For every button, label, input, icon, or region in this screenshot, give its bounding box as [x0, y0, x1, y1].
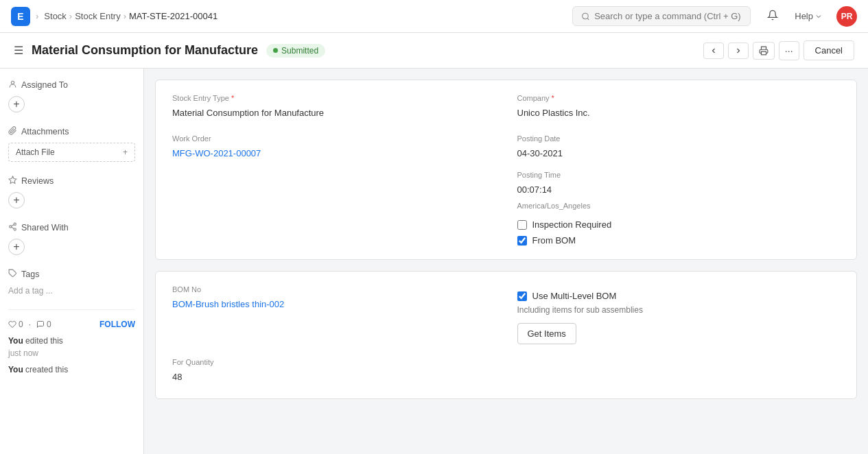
inspection-required-checkbox[interactable] — [517, 220, 527, 230]
chevron-down-icon — [814, 12, 823, 21]
svg-marker-4 — [9, 176, 16, 183]
svg-line-1 — [587, 18, 589, 19]
app-icon[interactable]: E — [11, 7, 30, 26]
page-title: Material Consumption for Manufacture — [32, 43, 258, 58]
share-icon — [8, 222, 17, 233]
search-input[interactable] — [594, 11, 742, 21]
activity-item-0: You edited thisjust now — [8, 335, 135, 359]
posting-time-value: 00:07:14 — [517, 182, 841, 198]
form-grid-1: Stock Entry Type * Material Consumption … — [172, 94, 840, 246]
avatar[interactable]: PR — [836, 6, 857, 27]
main-content: Stock Entry Type * Material Consumption … — [144, 69, 868, 454]
for-quantity-value: 48 — [172, 369, 495, 385]
status-badge: Submitted — [266, 44, 325, 58]
stock-entry-type-value: Material Consumption for Manufacture — [172, 105, 495, 121]
layout: Assigned To + Attachments Attach File + — [0, 69, 868, 454]
svg-line-9 — [12, 225, 14, 226]
breadcrumb-current: MAT-STE-2021-00041 — [129, 11, 218, 21]
field-posting-date: Posting Date 04-30-2021 — [517, 134, 841, 161]
star-icon — [8, 176, 17, 187]
inspection-required-row: Inspection Required — [517, 219, 841, 230]
form-grid-2: BOM No BOM-Brush bristles thin-002 Use M… — [172, 285, 840, 385]
paperclip-icon — [8, 126, 17, 137]
field-stock-entry-type: Stock Entry Type * Material Consumption … — [172, 94, 495, 121]
svg-rect-2 — [761, 51, 766, 55]
card-stock-entry: Stock Entry Type * Material Consumption … — [155, 80, 857, 260]
chevron-left-icon — [709, 47, 718, 55]
search-icon — [581, 12, 590, 21]
social-bar: 0 · 0 FOLLOW — [8, 320, 135, 329]
user-icon — [8, 80, 17, 91]
company-value: Unico Plastics Inc. — [517, 105, 841, 121]
print-button[interactable] — [753, 42, 775, 60]
activity-log: You edited thisjust now You created this — [8, 335, 135, 376]
assigned-to-section: Assigned To + — [8, 80, 135, 112]
sidebar: Assigned To + Attachments Attach File + — [0, 69, 144, 454]
add-review-button[interactable]: + — [8, 192, 25, 208]
svg-point-3 — [11, 81, 14, 84]
plus-icon: + — [123, 147, 128, 157]
card-bom: BOM No BOM-Brush bristles thin-002 Use M… — [155, 271, 857, 399]
cancel-button[interactable]: Cancel — [804, 40, 854, 60]
add-shared-button[interactable]: + — [8, 239, 25, 255]
bom-right-fields: Use Multi-Level BOM Including items for … — [517, 285, 841, 344]
header-actions: ··· Cancel — [703, 40, 854, 60]
from-bom-checkbox[interactable] — [517, 236, 527, 246]
page-header: ☰ Material Consumption for Manufacture S… — [0, 33, 868, 69]
add-tag-button[interactable]: Add a tag ... — [8, 286, 53, 296]
attachments-section: Attachments Attach File + — [8, 126, 135, 162]
menu-icon[interactable]: ☰ — [14, 44, 23, 57]
tags-section: Tags Add a tag ... — [8, 269, 135, 296]
bom-no-value: BOM-Brush bristles thin-002 — [172, 296, 495, 312]
comment-icon — [36, 320, 45, 328]
search-box[interactable] — [572, 6, 751, 26]
chevron-right-icon — [734, 47, 742, 55]
posting-date-value: 04-30-2021 — [517, 145, 841, 161]
breadcrumb: Stock › Stock Entry › MAT-STE-2021-00041 — [44, 11, 218, 21]
breadcrumb-stock[interactable]: Stock — [44, 11, 67, 21]
topnav-right: Help PR — [764, 6, 857, 27]
topnav: E › Stock › Stock Entry › MAT-STE-2021-0… — [0, 0, 868, 33]
use-multi-level-bom-label[interactable]: Use Multi-Level BOM — [532, 291, 617, 301]
field-company: Company * Unico Plastics Inc. — [517, 94, 841, 121]
heart-icon — [8, 320, 16, 328]
work-order-value: MFG-WO-2021-00007 — [172, 145, 495, 161]
breadcrumb-stock-entry[interactable]: Stock Entry — [75, 11, 120, 21]
svg-point-0 — [583, 13, 589, 19]
prev-button[interactable] — [703, 43, 724, 59]
field-for-quantity: For Quantity 48 — [172, 358, 495, 385]
add-assignee-button[interactable]: + — [8, 96, 25, 112]
svg-line-8 — [12, 227, 14, 228]
use-multi-level-bom-row: Use Multi-Level BOM — [517, 291, 841, 301]
comments-count: 0 — [36, 320, 51, 329]
field-posting-time: Posting Time 00:07:14 — [517, 171, 841, 198]
right-side-fields: Posting Date 04-30-2021 Posting Time 00:… — [517, 134, 841, 246]
notifications-button[interactable] — [764, 7, 781, 26]
bell-icon — [767, 10, 778, 21]
use-multi-level-bom-checkbox[interactable] — [517, 291, 527, 301]
likes-count: 0 — [8, 320, 23, 329]
svg-point-5 — [14, 223, 16, 225]
print-icon — [759, 46, 769, 56]
from-bom-row: From BOM — [517, 235, 841, 246]
attach-file-button[interactable]: Attach File + — [8, 143, 135, 162]
status-dot — [273, 48, 278, 53]
activity-item-1: You created this — [8, 363, 135, 376]
sub-assemblies-text: Including items for sub assemblies — [517, 305, 841, 315]
tag-icon — [8, 269, 17, 280]
get-items-button[interactable]: Get Items — [517, 323, 576, 344]
inspection-required-label[interactable]: Inspection Required — [532, 219, 612, 230]
timezone-value: America/Los_Angeles — [517, 202, 841, 210]
field-bom-no: BOM No BOM-Brush bristles thin-002 — [172, 285, 495, 344]
reviews-section: Reviews + — [8, 176, 135, 208]
next-button[interactable] — [728, 43, 749, 59]
shared-with-section: Shared With + — [8, 222, 135, 255]
svg-point-7 — [14, 228, 16, 230]
from-bom-label[interactable]: From BOM — [532, 235, 576, 246]
breadcrumb-sep-0: › — [36, 11, 38, 21]
more-button[interactable]: ··· — [779, 41, 799, 60]
help-button[interactable]: Help — [789, 8, 828, 24]
svg-point-6 — [10, 226, 12, 228]
follow-button[interactable]: FOLLOW — [99, 320, 135, 329]
field-work-order: Work Order MFG-WO-2021-00007 — [172, 134, 495, 246]
